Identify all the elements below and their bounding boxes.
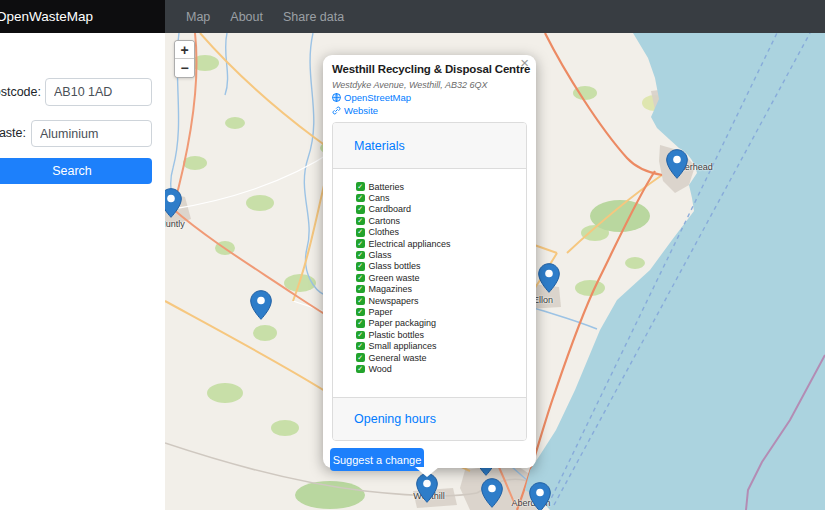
material-label: Cans	[369, 193, 390, 203]
material-item: ✓Cartons	[356, 215, 526, 226]
waste-input[interactable]	[31, 120, 152, 147]
material-label: Green waste	[369, 273, 420, 283]
material-item: ✓Clothes	[356, 227, 526, 238]
popup-address: Westdyke Avenue, Westhill, AB32 6QX	[332, 80, 527, 90]
material-label: Small appliances	[369, 341, 437, 351]
location-popup: × Westhill Recycling & Disposal Centre W…	[323, 55, 536, 468]
materials-header[interactable]: Materials	[333, 123, 526, 168]
checked-checkbox-icon: ✓	[356, 182, 365, 191]
material-item: ✓Magazines	[356, 284, 526, 295]
map-marker-westhill[interactable]	[416, 473, 438, 503]
material-item: ✓Paper	[356, 306, 526, 317]
material-label: Paper	[369, 307, 393, 317]
popup-title: Westhill Recycling & Disposal Centre	[332, 63, 527, 75]
material-label: Cartons	[369, 216, 401, 226]
material-item: ✓Paper packaging	[356, 318, 526, 329]
nav-link-share-data[interactable]: Share data	[273, 10, 354, 24]
suggest-change-button[interactable]: Suggest a change	[330, 448, 424, 471]
material-label: Newspapers	[369, 296, 419, 306]
material-item: ✓Cans	[356, 192, 526, 203]
map-zoom-control: + −	[174, 40, 195, 78]
material-item: ✓Green waste	[356, 272, 526, 283]
material-item: ✓General waste	[356, 352, 526, 363]
material-label: Glass	[369, 250, 392, 260]
checked-checkbox-icon: ✓	[356, 308, 365, 317]
checked-checkbox-icon: ✓	[356, 296, 365, 305]
zoom-out-button[interactable]: −	[175, 59, 194, 77]
map-canvas[interactable]: HuntlyEllonPeterheadWesthillAberdeen + −…	[165, 33, 825, 510]
checked-checkbox-icon: ✓	[356, 194, 365, 203]
material-item: ✓Wood	[356, 363, 526, 374]
search-button[interactable]: Search	[0, 158, 152, 184]
waste-label: Waste:	[0, 126, 26, 140]
navbar: OpenWasteMap Map About Share data	[0, 0, 825, 33]
openstreetmap-link[interactable]: OpenStreetMap	[332, 92, 527, 103]
material-label: Magazines	[369, 284, 413, 294]
postcode-label: Postcode:	[0, 85, 41, 99]
zoom-in-button[interactable]: +	[175, 41, 194, 59]
checked-checkbox-icon: ✓	[356, 285, 365, 294]
nav-link-about[interactable]: About	[220, 10, 273, 24]
material-item: ✓Batteries	[356, 181, 526, 192]
map-marker-huntly[interactable]	[165, 188, 182, 218]
globe-icon	[332, 93, 341, 102]
material-item: ✓Glass bottles	[356, 261, 526, 272]
checked-checkbox-icon: ✓	[356, 251, 365, 260]
material-item: ✓Plastic bottles	[356, 329, 526, 340]
popup-close-icon[interactable]: ×	[520, 55, 529, 70]
checked-checkbox-icon: ✓	[356, 205, 365, 214]
checked-checkbox-icon: ✓	[356, 217, 365, 226]
search-sidebar: Postcode: Waste: Search	[0, 33, 165, 510]
nav-link-map[interactable]: Map	[176, 10, 220, 24]
checked-checkbox-icon: ✓	[356, 239, 365, 248]
material-item: ✓Cardboard	[356, 204, 526, 215]
checked-checkbox-icon: ✓	[356, 274, 365, 283]
nav-menu: Map About Share data	[165, 0, 825, 33]
checked-checkbox-icon: ✓	[356, 228, 365, 237]
material-label: General waste	[369, 353, 427, 363]
details-accordion: Materials ✓Batteries✓Cans✓Cardboard✓Cart…	[332, 122, 527, 441]
checked-checkbox-icon: ✓	[356, 331, 365, 340]
opening-hours-header[interactable]: Opening hours	[333, 397, 526, 440]
checked-checkbox-icon: ✓	[356, 365, 365, 374]
website-link[interactable]: Website	[332, 105, 527, 116]
openwastemap-app: OpenWasteMap Map About Share data Postco…	[0, 0, 825, 510]
material-label: Cardboard	[369, 204, 412, 214]
material-label: Batteries	[369, 182, 405, 192]
material-item: ✓Glass	[356, 249, 526, 260]
checked-checkbox-icon: ✓	[356, 262, 365, 271]
map-marker-alford-area[interactable]	[250, 290, 272, 320]
material-label: Wood	[369, 364, 392, 374]
map-marker-ellon[interactable]	[538, 263, 560, 293]
checked-checkbox-icon: ✓	[356, 353, 365, 362]
materials-list: ✓Batteries✓Cans✓Cardboard✓Cartons✓Clothe…	[333, 168, 526, 397]
material-item: ✓Newspapers	[356, 295, 526, 306]
link-icon	[332, 106, 341, 115]
map-marker-peterhead[interactable]	[666, 149, 688, 179]
material-item: ✓Small appliances	[356, 340, 526, 351]
town-label-huntly: Huntly	[165, 219, 185, 229]
brand[interactable]: OpenWasteMap	[0, 0, 165, 33]
material-label: Clothes	[369, 227, 400, 237]
map-marker-portlethen-area[interactable]	[481, 478, 503, 508]
map-marker-aberdeen[interactable]	[529, 482, 551, 510]
checked-checkbox-icon: ✓	[356, 319, 365, 328]
material-label: Electrical appliances	[369, 239, 451, 249]
material-label: Plastic bottles	[369, 330, 425, 340]
material-item: ✓Electrical appliances	[356, 238, 526, 249]
postcode-input[interactable]	[45, 78, 152, 106]
material-label: Glass bottles	[369, 261, 421, 271]
material-label: Paper packaging	[369, 318, 437, 328]
checked-checkbox-icon: ✓	[356, 342, 365, 351]
